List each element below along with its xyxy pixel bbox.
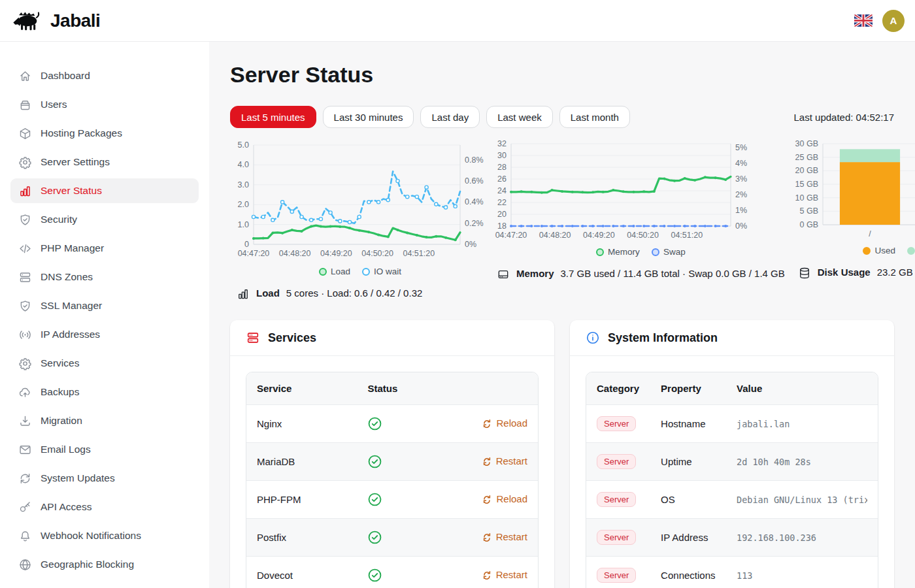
charts-row: 01.02.03.04.05.00%0.2%0.4%0.6%0.8%04:47:… [230,139,894,301]
svg-text:04:49:20: 04:49:20 [320,249,352,258]
shield-icon [18,213,32,227]
svg-text:04:51:20: 04:51:20 [403,249,435,258]
sidebar-item-label: Server Status [41,185,102,197]
sidebar-item-webhook-notifications[interactable]: Webhook Notifications [10,523,199,548]
mail-icon [18,443,32,457]
stat-value: 23.2 GB used / 28.0 GB total [877,265,915,279]
brand-name: Jabali [50,10,100,31]
service-action-reload-button[interactable]: Reload [482,493,527,504]
property-name: OS [650,481,726,519]
service-row-mariadb: MariaDB Restart [246,443,538,481]
server-icon [18,270,32,284]
sidebar-item-api-access[interactable]: API Access [10,495,199,519]
svg-text:0.2%: 0.2% [465,219,484,228]
last-updated-text: Last updated: 04:52:17 [794,112,894,123]
svg-text:0 GB: 0 GB [799,220,818,229]
filter-last-month[interactable]: Last month [559,106,630,128]
chart-bars-icon [237,287,250,301]
legend-item: Load [319,267,350,276]
filter-last-week[interactable]: Last week [486,106,553,128]
stat-label: Memory [516,267,554,280]
svg-text:5%: 5% [735,143,747,152]
services-card-title: Services [268,331,316,345]
user-avatar[interactable]: A [882,10,905,32]
sidebar-item-security[interactable]: Security [10,207,199,232]
language-flag-uk-icon[interactable] [854,14,873,27]
service-action-reload-button[interactable]: Reload [482,417,527,429]
svg-text:20: 20 [497,210,507,219]
service-action-restart-button[interactable]: Restart [482,569,527,580]
sidebar-item-label: Webhook Notifications [41,530,141,542]
chart-bars-icon [18,184,32,198]
broadcast-icon [18,328,32,342]
download-icon [18,414,32,428]
svg-text:10 GB: 10 GB [795,193,818,203]
sidebar-item-users[interactable]: Users [10,92,199,117]
category-badge: Server [597,530,636,545]
services-card-header: Services [230,320,554,356]
service-name: Nginx [246,405,357,443]
svg-text:/: / [869,229,871,238]
filter-last-day[interactable]: Last day [420,106,480,128]
sidebar-item-system-updates[interactable]: System Updates [10,466,199,491]
sidebar-item-geographic-blocking[interactable]: Geographic Blocking [10,552,199,577]
property-value: 2d 10h 40m 28s [737,457,867,467]
refresh-icon [482,495,491,504]
svg-text:04:48:20: 04:48:20 [539,231,571,240]
services-col-header: Status [357,372,439,405]
filter-last-5-minutes[interactable]: Last 5 minutes [230,106,316,128]
service-name: Dovecot [246,557,357,588]
sidebar-item-email-logs[interactable]: Email Logs [10,437,199,462]
property-value: 113 [737,570,867,581]
sidebar-item-server-status[interactable]: Server Status [10,178,199,203]
stat-value: 5 cores · Load: 0.6 / 0.42 / 0.32 [286,286,484,300]
sidebar-item-backups[interactable]: Backups [10,380,199,404]
filter-last-30-minutes[interactable]: Last 30 minutes [323,106,414,128]
cards-row: Services ServiceStatus Nginx Reload Mari… [230,320,894,588]
sidebar-item-ssl-manager[interactable]: SSL Manager [10,293,199,318]
sidebar-item-label: Server Settings [41,156,110,168]
svg-text:0.8%: 0.8% [465,155,484,165]
system-info-row: Server Hostname jabali.lan [586,405,878,443]
sidebar-item-server-settings[interactable]: Server Settings [10,150,199,174]
service-action-restart-button[interactable]: Restart [482,531,527,542]
sidebar-item-migration[interactable]: Migration [10,408,199,433]
system-information-card-header: System Information [570,320,894,356]
refresh-icon [482,570,491,580]
sidebar-item-label: Migration [41,415,82,427]
system-info-row: Server Uptime 2d 10h 40m 28s [586,443,878,481]
sidebar-item-label: API Access [41,501,92,513]
sidebar-item-services[interactable]: Services [10,351,199,376]
services-table: ServiceStatus Nginx Reload MariaDB Resta… [246,372,538,588]
system-information-card: System Information CategoryPropertyValue… [570,320,894,588]
sidebar-item-ip-addresses[interactable]: IP Addresses [10,322,199,347]
svg-text:15 GB: 15 GB [795,180,818,189]
property-name: Uptime [650,443,726,481]
legend-item: Memory [596,247,640,257]
gear-icon [18,357,32,370]
sidebar-item-hosting-packages[interactable]: Hosting Packages [10,121,199,146]
svg-text:0.6%: 0.6% [465,176,484,186]
svg-text:28: 28 [497,163,507,172]
refresh-icon [18,472,32,485]
service-row-php-fpm: PHP-FPM Reload [246,481,538,519]
memory-chart: 18202224262830320%1%2%3%4%5%04:47:2004:4… [490,139,758,243]
service-row-dovecot: Dovecot Restart [246,557,538,588]
category-badge: Server [597,568,636,583]
svg-text:04:48:20: 04:48:20 [279,249,311,258]
service-name: MariaDB [246,443,357,481]
sidebar-item-dns-zones[interactable]: DNS Zones [10,265,199,289]
sidebar-item-dashboard[interactable]: Dashboard [10,63,199,88]
brand[interactable]: Jabali [10,8,100,34]
sidebar-item-php-manager[interactable]: PHP Manager [10,236,199,261]
gear-icon [18,155,32,169]
status-running-check-icon [367,492,428,507]
svg-text:0%: 0% [735,221,747,231]
property-value: jabali.lan [737,419,867,429]
top-bar-actions: A [854,10,905,32]
disk-stat: Disk Usage 23.2 GB used / 28.0 GB total [791,265,915,280]
service-action-restart-button[interactable]: Restart [482,455,527,466]
sidebar-item-label: Dashboard [41,70,90,82]
svg-text:25 GB: 25 GB [795,153,818,162]
svg-text:30: 30 [497,151,507,160]
